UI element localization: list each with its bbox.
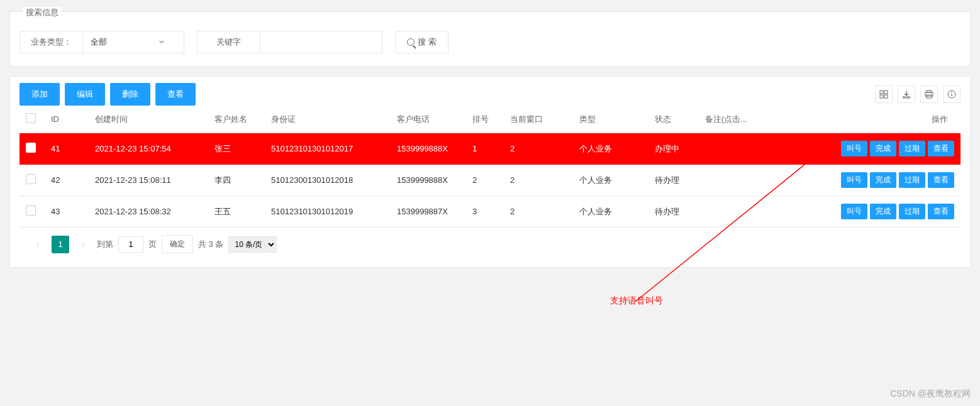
- complete-button[interactable]: 完成: [870, 172, 896, 188]
- cell-status: 待办理: [649, 165, 699, 196]
- cell-id: 41: [45, 133, 89, 165]
- cell-queue-no: 1: [466, 133, 504, 165]
- call-button[interactable]: 叫号: [841, 204, 867, 219]
- cell-customer-phone: 1539999887X: [391, 196, 466, 228]
- cell-current-window: 2: [504, 133, 573, 165]
- search-icon: [407, 38, 415, 46]
- complete-button[interactable]: 完成: [870, 141, 896, 156]
- cell-customer-name: 张三: [208, 133, 265, 165]
- keyword-input[interactable]: [260, 33, 382, 52]
- header-id-card: 身份证: [265, 106, 391, 133]
- header-created-at: 创建时间: [89, 106, 208, 133]
- page-1[interactable]: 1: [52, 236, 69, 253]
- header-remark: 备注(点击...: [699, 106, 828, 133]
- table-row[interactable]: 43 2021-12-23 15:08:32 王五 51012310130101…: [19, 196, 961, 228]
- svg-point-8: [951, 92, 952, 93]
- cell-remark: [699, 196, 828, 228]
- row-view-button[interactable]: 查看: [928, 141, 954, 156]
- cell-status: 办理中: [649, 133, 699, 165]
- delete-button[interactable]: 删除: [110, 83, 150, 106]
- header-action: 操作: [828, 106, 961, 133]
- complete-button[interactable]: 完成: [870, 204, 896, 219]
- row-checkbox[interactable]: [26, 206, 36, 216]
- goto-label: 到第: [97, 239, 113, 250]
- info-icon[interactable]: [943, 85, 961, 103]
- cell-id-card: 510123101301012019: [265, 196, 391, 228]
- cell-customer-name: 李四: [208, 165, 265, 196]
- next-page[interactable]: ›: [74, 236, 92, 253]
- header-customer-name: 客户姓名: [208, 106, 265, 133]
- expire-button[interactable]: 过期: [899, 172, 925, 188]
- search-legend: 搜索信息: [23, 7, 62, 18]
- cell-current-window: 2: [504, 196, 573, 228]
- cell-remark: [699, 165, 828, 196]
- header-queue-no: 排号: [466, 106, 504, 133]
- keyword-label: 关键字: [198, 31, 260, 53]
- cell-created-at: 2021-12-23 15:08:11: [89, 165, 208, 196]
- prev-page[interactable]: ‹: [29, 236, 47, 253]
- header-customer-phone: 客户电话: [391, 106, 466, 133]
- page-unit: 页: [148, 239, 157, 250]
- cell-customer-phone: 1539999888X: [391, 133, 466, 165]
- cell-current-window: 2: [504, 165, 573, 196]
- pagination: ‹ 1 › 到第 页 确定 共 3 条 10 条/页: [19, 228, 961, 261]
- search-button[interactable]: 搜 索: [395, 31, 448, 53]
- cell-status: 待办理: [649, 196, 699, 228]
- add-button[interactable]: 添加: [19, 83, 60, 106]
- cell-type: 个人业务: [573, 133, 649, 165]
- header-id: ID: [45, 106, 89, 133]
- cell-remark: [699, 133, 828, 165]
- table-row[interactable]: 41 2021-12-23 15:07:54 张三 51012310130101…: [19, 133, 961, 165]
- cell-queue-no: 3: [466, 196, 504, 228]
- expire-button[interactable]: 过期: [899, 141, 925, 156]
- per-page-select[interactable]: 10 条/页: [228, 236, 277, 253]
- svg-rect-0: [880, 91, 883, 94]
- cell-queue-no: 2: [466, 165, 504, 196]
- call-button[interactable]: 叫号: [841, 172, 867, 188]
- select-all-checkbox[interactable]: [26, 113, 36, 123]
- row-view-button[interactable]: 查看: [928, 204, 954, 219]
- goto-confirm-button[interactable]: 确定: [162, 235, 193, 253]
- biz-type-value: 全部: [91, 36, 107, 48]
- cell-customer-phone: 1539999888X: [391, 165, 466, 196]
- svg-rect-3: [884, 95, 888, 98]
- cell-type: 个人业务: [573, 165, 649, 196]
- call-button[interactable]: 叫号: [841, 141, 867, 156]
- view-button[interactable]: 查看: [155, 83, 196, 106]
- svg-rect-1: [884, 91, 888, 94]
- row-checkbox[interactable]: [26, 174, 36, 184]
- data-table: ID 创建时间 客户姓名 身份证 客户电话 排号 当前窗口 类型 状态 备注(点…: [19, 106, 961, 228]
- header-type: 类型: [573, 106, 649, 133]
- row-view-button[interactable]: 查看: [928, 172, 954, 188]
- header-status: 状态: [649, 106, 699, 133]
- table-row[interactable]: 42 2021-12-23 15:08:11 李四 51012300130101…: [19, 165, 961, 196]
- expire-button[interactable]: 过期: [899, 204, 925, 219]
- biz-type-select[interactable]: 全部: [83, 31, 184, 53]
- row-checkbox[interactable]: [26, 143, 36, 153]
- chevron-down-icon: [159, 41, 165, 44]
- cell-id: 43: [45, 196, 89, 228]
- cell-id-card: 510123101301012017: [265, 133, 391, 165]
- cell-created-at: 2021-12-23 15:08:32: [89, 196, 208, 228]
- columns-icon[interactable]: [875, 85, 893, 103]
- goto-page-input[interactable]: [118, 236, 143, 253]
- cell-customer-name: 王五: [208, 196, 265, 228]
- cell-type: 个人业务: [573, 196, 649, 228]
- total-count: 共 3 条: [198, 239, 223, 250]
- edit-button[interactable]: 编辑: [65, 83, 105, 106]
- svg-rect-2: [880, 95, 883, 98]
- cell-created-at: 2021-12-23 15:07:54: [89, 133, 208, 165]
- biz-type-label: 业务类型：: [20, 31, 83, 53]
- print-icon[interactable]: [920, 85, 938, 103]
- header-current-window: 当前窗口: [504, 106, 573, 133]
- export-icon[interactable]: [898, 85, 915, 103]
- cell-id: 42: [45, 165, 89, 196]
- cell-id-card: 510123001301012018: [265, 165, 391, 196]
